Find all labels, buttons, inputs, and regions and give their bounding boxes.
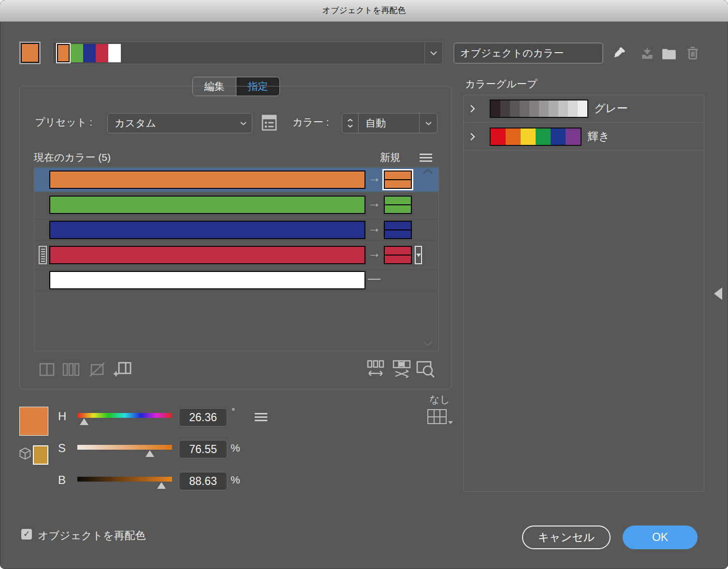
- save-icon: [640, 46, 655, 61]
- active-swatch-orange[interactable]: [57, 44, 70, 62]
- color-row-red[interactable]: →: [34, 243, 438, 267]
- gamut-corrected-swatch[interactable]: [33, 445, 48, 465]
- active-swatch-green[interactable]: [71, 44, 83, 62]
- eyedropper-button[interactable]: [611, 44, 628, 62]
- chevron-up-icon: [422, 169, 433, 174]
- new-color-group-button[interactable]: [660, 45, 678, 62]
- color-cell: [506, 128, 521, 145]
- active-swatch-blue[interactable]: [83, 44, 96, 62]
- saturation-slider[interactable]: [77, 445, 172, 450]
- brightness-slider[interactable]: [77, 477, 172, 482]
- collapse-panel-arrow[interactable]: [714, 287, 722, 300]
- check-icon: ✓: [23, 529, 30, 539]
- color-cell: [578, 100, 587, 117]
- ok-button[interactable]: OK: [623, 526, 698, 549]
- out-of-gamut-warning[interactable]: [18, 446, 32, 462]
- reverse-order-button[interactable]: [365, 359, 386, 379]
- hue-unit: °: [232, 407, 235, 417]
- saturation-unit: %: [231, 442, 240, 455]
- swatch-library-none-label: なし: [429, 393, 450, 406]
- color-cell: [551, 128, 566, 145]
- randomize-order-button[interactable]: [392, 359, 412, 379]
- active-swatch-red[interactable]: [96, 44, 108, 62]
- scroll-down-button[interactable]: [422, 341, 433, 346]
- preset-label: プリセット :: [35, 115, 92, 129]
- brightness-slider-thumb[interactable]: [157, 482, 166, 489]
- current-color-bar[interactable]: [49, 196, 365, 214]
- hsb-menu-button[interactable]: [255, 413, 267, 421]
- chevron-down-icon: [430, 51, 437, 56]
- chevron-down-icon: [425, 121, 432, 126]
- preset-dropdown[interactable]: カスタム: [107, 113, 252, 133]
- current-color-bar[interactable]: [49, 221, 365, 239]
- chevron-right-icon[interactable]: [470, 104, 475, 113]
- new-color-swatch[interactable]: [384, 221, 412, 239]
- recolor-art-checkbox[interactable]: ✓: [21, 529, 32, 540]
- magnifier-swatch-icon: [416, 360, 436, 378]
- current-colors-menu-button[interactable]: [420, 154, 432, 162]
- color-count-combo: 自動: [342, 113, 437, 133]
- color-count-dropdown[interactable]: [420, 114, 437, 133]
- shuffle-columns-icon: [392, 360, 411, 378]
- current-color-bar[interactable]: [49, 271, 365, 289]
- new-colors-label: 新規: [380, 151, 400, 164]
- color-count-stepper[interactable]: [342, 118, 358, 128]
- hue-slider-thumb[interactable]: [80, 418, 88, 425]
- delete-color-group-button[interactable]: [684, 44, 701, 62]
- preset-list-icon: [262, 114, 277, 131]
- active-colors-dropdown[interactable]: [424, 42, 442, 64]
- save-preset-button[interactable]: [260, 114, 278, 132]
- new-color-swatch[interactable]: [384, 171, 412, 189]
- active-colors-bar[interactable]: [52, 42, 443, 64]
- color-row-white[interactable]: —: [34, 268, 438, 292]
- eyedropper-icon: [612, 46, 626, 60]
- color-groups-header: カラーグループ: [465, 77, 537, 91]
- save-color-group-button[interactable]: [639, 45, 655, 62]
- scroll-up-button[interactable]: [422, 169, 433, 174]
- color-cell: [558, 100, 568, 117]
- current-color-bar[interactable]: [49, 171, 365, 189]
- new-color-options-button[interactable]: [415, 246, 422, 264]
- limit-to-swatch-library-button[interactable]: [427, 409, 447, 424]
- cube-icon: [18, 447, 32, 461]
- group-swatch-strip[interactable]: [490, 100, 588, 118]
- separate-columns-icon: [62, 362, 80, 377]
- color-row-green[interactable]: →: [34, 193, 438, 217]
- brightness-value-input[interactable]: [179, 472, 227, 490]
- new-color-swatch[interactable]: [384, 246, 412, 264]
- new-row-button[interactable]: [113, 360, 132, 378]
- group-separator: [464, 150, 704, 151]
- color-cell: [529, 100, 539, 117]
- exclude-colors-button[interactable]: [88, 361, 106, 378]
- color-cell: [539, 100, 549, 117]
- separate-colors-button[interactable]: [62, 361, 80, 378]
- active-swatch-white[interactable]: [108, 44, 121, 62]
- chevron-right-icon[interactable]: [470, 132, 475, 141]
- color-group-bright[interactable]: 輝き: [464, 123, 704, 150]
- color-group-name-input[interactable]: [453, 43, 603, 64]
- saturation-value-input[interactable]: [179, 440, 227, 458]
- color-cell: [491, 100, 500, 117]
- color-row-orange[interactable]: →: [34, 168, 438, 192]
- new-color-swatch[interactable]: [384, 196, 412, 214]
- row-separator: [34, 217, 438, 218]
- color-cell: [491, 128, 506, 145]
- row-separator: [34, 242, 438, 243]
- merge-colors-button[interactable]: [39, 361, 55, 378]
- cancel-button[interactable]: キャンセル: [522, 526, 611, 549]
- row-separator: [34, 192, 438, 193]
- color-group-gray[interactable]: グレー: [464, 95, 704, 122]
- current-color-bar[interactable]: [49, 246, 365, 264]
- color-cell: [521, 128, 536, 145]
- saturation-slider-thumb[interactable]: [146, 450, 154, 457]
- hue-value-input[interactable]: [179, 408, 227, 427]
- color-row-blue[interactable]: →: [34, 218, 438, 242]
- triangle-down-icon: [448, 421, 453, 424]
- row-drag-handle[interactable]: [39, 246, 47, 264]
- group-swatch-strip[interactable]: [490, 128, 582, 146]
- find-color-button[interactable]: [416, 359, 436, 379]
- triangle-down-icon: [416, 254, 421, 257]
- color-cell: [520, 100, 529, 117]
- hue-slider[interactable]: [77, 413, 172, 418]
- current-color-proxy-swatch[interactable]: [19, 42, 41, 64]
